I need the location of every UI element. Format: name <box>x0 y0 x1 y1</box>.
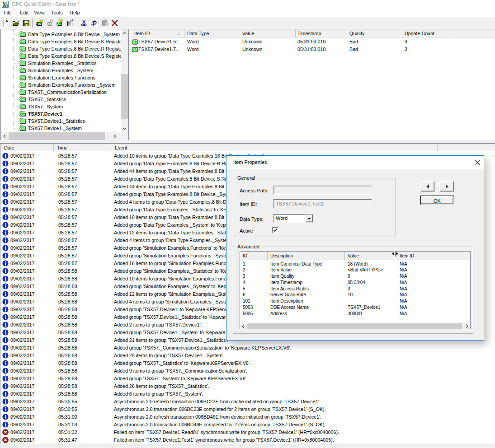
svg-text:QC: QC <box>3 1 8 5</box>
